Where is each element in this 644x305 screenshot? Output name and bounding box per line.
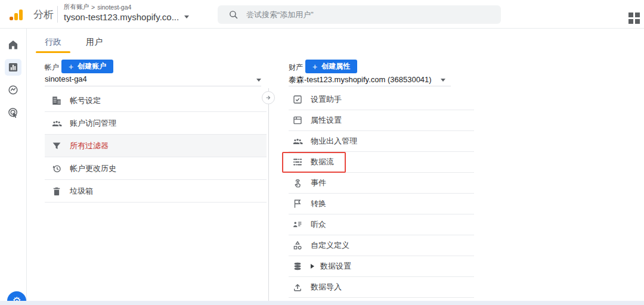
breadcrumb: 所有账户 > sinotest-ga4 [64,3,189,11]
plus-icon: + [312,62,317,71]
account-switcher[interactable]: 所有账户 > sinotest-ga4 tyson-test123.myshop… [64,3,189,22]
create-property-button[interactable]: + 创建属性 [305,60,357,73]
divider [289,86,451,86]
reports-icon[interactable] [5,59,21,76]
chevron-down-icon[interactable] [256,79,261,82]
property-item-data-streams[interactable]: 数据流 [289,152,474,173]
breadcrumb-root[interactable]: 所有账户 [64,3,89,11]
ga-admin-page: 分析 所有账户 > sinotest-ga4 tyson-test123.mys… [0,0,644,305]
column-divider [268,88,269,301]
people-group-icon [51,118,62,129]
grid-dot [635,13,640,17]
property-menu: 设置助手 属性设置 物业出入管理 [289,89,474,298]
data-streams-icon [292,157,303,167]
menu-label: 数据流 [311,157,334,167]
property-item-events[interactable]: 事件 [289,173,474,194]
account-item-all-filters[interactable]: 所有过滤器 [45,135,267,157]
menu-label: 设置助手 [311,94,342,105]
menu-label: 数据设置 [320,261,351,272]
collapse-column-button[interactable] [262,91,275,104]
breadcrumb-current[interactable]: sinotest-ga4 [97,4,131,11]
data-import-icon [292,282,303,292]
menu-label: 帐户更改历史 [70,163,116,174]
apps-grid-icon[interactable] [628,13,640,24]
search-bar[interactable] [218,5,501,24]
people-group-icon [292,136,303,147]
grid-dot [628,19,633,24]
active-tab-underline [36,51,70,53]
divider [57,6,58,23]
property-settings-icon [292,115,303,126]
account-item-trash[interactable]: 垃圾箱 [45,180,267,203]
account-item-change-history[interactable]: 帐户更改历史 [45,157,267,180]
account-heading: 帐户 [45,63,59,73]
footer-strip [0,301,644,305]
menu-label: 属性设置 [311,115,342,126]
menu-label: 账户访问管理 [70,118,116,129]
property-item-custom-definitions[interactable]: 自定义定义 [289,235,474,256]
account-item-access-management[interactable]: 账户访问管理 [45,112,267,135]
advertising-icon[interactable] [5,104,21,121]
explore-icon[interactable] [5,82,21,98]
divider [45,86,261,86]
breadcrumb-chevron-icon: > [91,4,95,11]
custom-definitions-icon [292,240,303,251]
menu-label: 所有过滤器 [70,141,109,151]
analytics-logo-icon[interactable] [10,10,29,20]
history-icon [51,163,62,174]
left-nav-rail: ⚙ [0,29,27,305]
conversions-flag-icon [292,198,303,209]
create-property-label: 创建属性 [321,61,350,71]
property-item-audiences[interactable]: 听众 [289,214,474,235]
property-item-conversions[interactable]: 转换 [289,194,474,214]
property-selector[interactable]: 泰森-test123.myshopify.com (368530041) [289,74,432,85]
account-item-settings[interactable]: 帐号设定 [45,89,267,112]
tab-admin[interactable]: 行政 [36,37,70,48]
menu-label: 数据导入 [311,282,342,292]
property-item-access-management[interactable]: 物业出入管理 [289,131,474,152]
events-icon [292,178,303,188]
menu-label: 听众 [311,219,326,230]
trash-icon [51,186,62,197]
account-menu: 帐号设定 账户访问管理 所有过滤器 [45,89,267,203]
logo-bar [14,13,18,20]
product-name: 分析 [33,8,54,21]
search-input[interactable] [246,10,473,19]
filter-icon [51,141,62,151]
setup-assistant-icon [292,94,303,105]
logo-bar [19,10,23,20]
plus-icon: + [69,62,73,71]
grid-dot [628,13,633,17]
audiences-icon [292,219,303,230]
property-item-data-settings[interactable]: 数据设置 [289,256,474,277]
property-item-data-import[interactable]: 数据导入 [289,277,474,298]
admin-content: 行政 用户 帐户 + 创建账户 sinotest-ga4 帐号设定 [27,29,644,305]
logo-bar [10,17,13,20]
menu-label: 物业出入管理 [311,136,357,147]
create-account-button[interactable]: + 创建账户 [61,60,113,73]
business-icon [51,95,62,106]
property-heading: 财产 [289,63,303,73]
grid-dot [635,19,640,24]
search-icon [228,10,239,20]
home-icon[interactable] [5,36,21,53]
chevron-down-icon[interactable] [441,79,445,82]
menu-label: 事件 [311,178,326,188]
expand-arrow-icon[interactable] [311,264,314,269]
create-account-label: 创建账户 [78,61,106,71]
chevron-down-icon[interactable] [184,15,189,18]
account-title[interactable]: tyson-test123.myshopify.co... [64,12,179,22]
menu-label: 垃圾箱 [70,186,93,197]
data-settings-icon [292,261,303,272]
top-app-bar: 分析 所有账户 > sinotest-ga4 tyson-test123.mys… [0,0,644,29]
property-item-setup-assistant[interactable]: 设置助手 [289,89,474,110]
menu-label: 转换 [311,198,326,209]
tab-users[interactable]: 用户 [80,37,108,48]
account-selector[interactable]: sinotest-ga4 [45,74,87,83]
menu-label: 自定义定义 [311,240,349,251]
property-item-property-settings[interactable]: 属性设置 [289,110,474,131]
menu-label: 帐号设定 [70,95,101,106]
